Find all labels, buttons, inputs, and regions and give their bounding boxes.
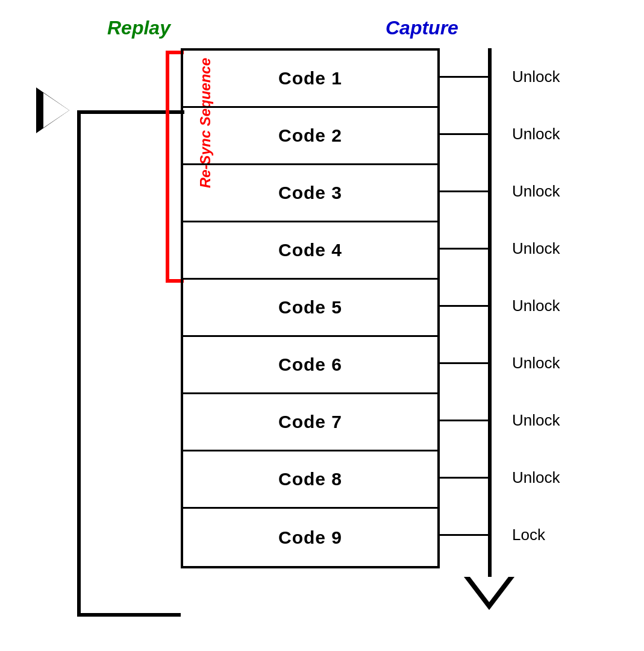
unlock-item-7: Unlock: [512, 392, 560, 449]
unlock-item-4: Unlock: [512, 220, 560, 277]
unlock-labels: Unlock Unlock Unlock Unlock Unlock Unloc…: [512, 48, 560, 564]
tick-5: [440, 277, 488, 335]
capture-arrow-down-icon: [464, 577, 514, 610]
replay-arrow-icon: [36, 87, 69, 133]
tick-6: [440, 335, 488, 392]
unlock-item-8: Unlock: [512, 449, 560, 506]
code-row-1: Code 1: [183, 51, 437, 108]
unlock-item-6: Unlock: [512, 335, 560, 392]
code-label-7: Code 7: [278, 412, 342, 432]
code-label-4: Code 4: [278, 240, 342, 260]
tick-lines: [440, 48, 488, 564]
code-row-6: Code 6: [183, 337, 437, 394]
code-row-5: Code 5: [183, 280, 437, 337]
code-label-5: Code 5: [278, 297, 342, 318]
code-row-2: Code 2: [183, 108, 437, 165]
capture-line: [488, 48, 492, 585]
tick-8: [440, 449, 488, 506]
code-row-8: Code 8: [183, 451, 437, 509]
code-row-7: Code 7: [183, 394, 437, 451]
code-label-9: Code 9: [278, 527, 342, 548]
unlock-item-1: Unlock: [512, 48, 560, 105]
tick-7: [440, 392, 488, 449]
code-row-3: Code 3: [183, 165, 437, 222]
code-row-9: Code 9: [183, 509, 437, 566]
code-label-2: Code 2: [278, 125, 342, 146]
unlock-item-2: Unlock: [512, 105, 560, 163]
tick-1: [440, 48, 488, 105]
code-row-4: Code 4: [183, 222, 437, 280]
codes-box: Code 1 Code 2 Code 3 Code 4 Code 5 Code …: [181, 48, 440, 568]
tick-2: [440, 105, 488, 163]
unlock-item-5: Unlock: [512, 277, 560, 335]
code-label-3: Code 3: [278, 183, 342, 203]
replay-label: Replay: [107, 17, 170, 39]
code-label-6: Code 6: [278, 354, 342, 375]
tick-3: [440, 163, 488, 220]
tick-9: [440, 506, 488, 564]
lock-item: Lock: [512, 506, 560, 564]
capture-label: Capture: [386, 17, 458, 39]
code-label-1: Code 1: [278, 68, 342, 89]
code-label-8: Code 8: [278, 469, 342, 489]
diagram-container: Replay Capture Re-Sync Sequence Code 1 C…: [0, 0, 644, 651]
tick-4: [440, 220, 488, 277]
unlock-item-3: Unlock: [512, 163, 560, 220]
